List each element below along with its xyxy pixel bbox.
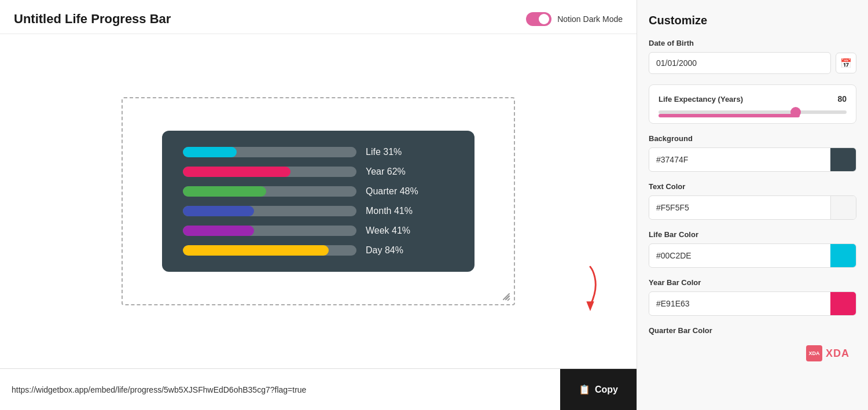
bar-track-day [183,245,356,256]
progress-row-quarter: Quarter 48% [183,186,454,197]
slider-track-container [659,110,847,114]
life-expectancy-label: Life Expectancy (Years) [659,95,743,104]
bar-label-day: Day 84% [366,245,403,256]
background-color-input[interactable] [649,149,830,170]
xda-watermark: XDA XDA [806,345,849,361]
bar-label-week: Week 41% [366,226,410,236]
canvas-area: Life 31%Year 62%Quarter 48%Month 41%Week… [0,34,637,368]
slider-fill [659,114,800,117]
bar-label-month: Month 41% [366,206,413,216]
bar-label-year: Year 62% [366,167,406,177]
url-area: https://widgetbox.app/embed/life/progres… [0,369,560,410]
progress-row-year: Year 62% [183,167,454,177]
life-bar-color-label: Life Bar Color [649,230,856,239]
bar-track-week [183,226,356,236]
quarter-bar-color-group: Quarter Bar Color [649,326,856,335]
header: Untitled Life Progress Bar Notion Dark M… [0,0,637,34]
background-label: Background [649,134,856,143]
xda-box-icon: XDA [806,345,822,361]
page-title: Untitled Life Progress Bar [14,12,171,27]
bar-fill-month [183,206,254,216]
bar-track-life [183,147,356,157]
bottom-bar: https://widgetbox.app/embed/life/progres… [0,368,637,410]
dashed-canvas-box: Life 31%Year 62%Quarter 48%Month 41%Week… [122,97,515,305]
background-color-row [649,147,856,172]
date-of-birth-row: 📅 [649,52,856,74]
text-color-input[interactable] [649,197,830,218]
resize-handle[interactable] [502,293,510,301]
bar-label-life: Life 31% [366,147,402,157]
year-bar-color-label: Year Bar Color [649,278,856,287]
sidebar: Customize Date of Birth 📅 Life Expectanc… [637,0,868,410]
arrow-container [573,262,608,322]
bar-fill-year [183,167,290,177]
life-expectancy-value: 80 [837,94,847,104]
text-color-group: Text Color [649,182,856,220]
slider-header: Life Expectancy (Years) 80 [659,94,847,104]
year-bar-color-input[interactable] [649,293,830,314]
svg-marker-2 [586,301,594,311]
embed-url: https://widgetbox.app/embed/life/progres… [12,385,306,394]
copy-icon: 📋 [579,384,590,395]
notion-dark-mode-label: Notion Dark Mode [557,14,623,24]
year-bar-color-row [649,291,856,316]
bar-track-month [183,206,356,216]
bar-track-year [183,167,356,177]
notion-dark-mode-toggle[interactable] [526,12,551,26]
life-bar-color-input[interactable] [649,245,830,266]
year-bar-color-group: Year Bar Color [649,278,856,316]
svg-line-0 [503,294,509,300]
text-color-swatch[interactable] [830,196,856,219]
calendar-button[interactable]: 📅 [836,53,856,73]
life-bar-color-swatch[interactable] [830,244,856,267]
background-color-swatch[interactable] [830,148,856,171]
bar-fill-day [183,245,329,256]
bar-fill-week [183,226,254,236]
widget-card: Life 31%Year 62%Quarter 48%Month 41%Week… [162,131,475,272]
date-of-birth-group: Date of Birth 📅 [649,39,856,74]
quarter-bar-color-label: Quarter Bar Color [649,326,856,335]
bar-fill-life [183,147,237,157]
date-of-birth-input[interactable] [649,52,831,74]
text-color-label: Text Color [649,182,856,191]
copy-button[interactable]: 📋 Copy [560,369,637,410]
progress-row-month: Month 41% [183,206,454,216]
xda-text: XDA [826,348,849,360]
year-bar-color-swatch[interactable] [830,292,856,315]
bar-track-quarter [183,186,356,197]
sidebar-title: Customize [649,14,856,27]
life-bar-color-row [649,243,856,268]
main-area: Untitled Life Progress Bar Notion Dark M… [0,0,637,410]
life-expectancy-section: Life Expectancy (Years) 80 [649,84,856,124]
text-color-row [649,195,856,220]
background-group: Background [649,134,856,172]
bar-label-quarter: Quarter 48% [366,186,418,197]
copy-button-label: Copy [595,385,618,395]
slider-thumb[interactable] [790,107,801,117]
life-bar-color-group: Life Bar Color [649,230,856,268]
progress-row-day: Day 84% [183,245,454,256]
progress-row-week: Week 41% [183,226,454,236]
notion-toggle-area: Notion Dark Mode [526,12,623,26]
bar-fill-quarter [183,186,266,197]
date-of-birth-label: Date of Birth [649,39,856,47]
progress-row-life: Life 31% [183,147,454,157]
